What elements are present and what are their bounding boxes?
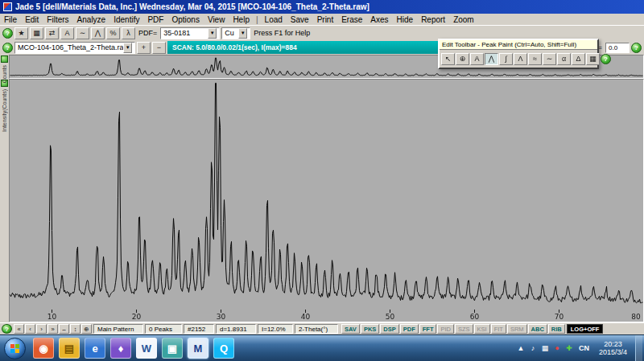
pointer-icon[interactable]: ↖	[441, 53, 455, 65]
previous-pattern-button[interactable]: ‹	[25, 324, 35, 334]
wavelength-icon[interactable]: λ	[122, 27, 135, 39]
display-options-icon[interactable]: ▦	[586, 53, 600, 65]
menu-item-pdf[interactable]: PDF	[143, 15, 167, 24]
menu-item-help[interactable]: Help	[229, 15, 254, 24]
background-fit-icon[interactable]: ∼	[543, 53, 556, 65]
pdf-label: PDF=	[137, 29, 159, 37]
menu-item-hide[interactable]: Hide	[393, 15, 418, 24]
taskbar-app-violet-app[interactable]: ♦	[110, 338, 131, 359]
zoom-reset-button[interactable]: ⊕	[81, 324, 92, 334]
toggle-pid[interactable]: PID	[437, 324, 454, 334]
window-title: Jade 5 [dell/Materials Data, Inc.] Wedne…	[15, 2, 369, 11]
peak-paint-icon[interactable]: ⋀	[485, 53, 498, 65]
percent-scale-icon[interactable]: %	[106, 27, 120, 39]
safety-tray-icon[interactable]: ✚	[564, 344, 574, 352]
help-orb[interactable]: ?	[2, 43, 13, 53]
menu-item-load[interactable]: Load	[261, 15, 287, 24]
fit-vertical-button[interactable]: ↕	[70, 324, 80, 334]
chevron-down-icon[interactable]: ▼	[123, 43, 132, 53]
menu-item-filters[interactable]: Filters	[43, 15, 72, 24]
menu-item-edit[interactable]: Edit	[21, 15, 43, 24]
last-pattern-button[interactable]: »	[47, 324, 58, 334]
smooth-icon[interactable]: ≈	[528, 53, 542, 65]
toggle-fft[interactable]: FFT	[419, 324, 437, 334]
zoom-out-button[interactable]: −	[152, 42, 166, 54]
fit-horizontal-button[interactable]: ↔	[59, 324, 69, 334]
swap-axes-icon[interactable]: ⇄	[45, 27, 59, 39]
taskbar-app-qq[interactable]: Q	[213, 338, 234, 359]
log-scale-toggle[interactable]: LOG+OFF	[567, 324, 604, 334]
windows-logo-icon	[10, 344, 19, 353]
toggle-pks[interactable]: PKS	[361, 324, 379, 334]
peak-label-icon[interactable]: ⋀	[91, 27, 105, 39]
chevron-down-icon[interactable]: ▼	[238, 28, 247, 39]
menu-item-report[interactable]: Report	[417, 15, 449, 24]
network-icon[interactable]: ▦	[540, 344, 550, 352]
help-orb[interactable]: ?	[631, 43, 642, 53]
main-chart-canvas[interactable]	[10, 80, 643, 322]
help-orb[interactable]: ?	[2, 28, 13, 39]
jade-app-icon	[3, 2, 12, 11]
edit-toolbar-title[interactable]: Edit Toolbar - Peak Paint (Ctrl=Auto, Sh…	[440, 40, 597, 50]
file-dropdown-value: MCO-104-106_Theta_2-Theta.raw	[18, 43, 123, 51]
axis-readout[interactable]: 2-Theta(°)	[295, 324, 338, 334]
first-pattern-button[interactable]: «	[14, 324, 24, 334]
start-button[interactable]	[4, 338, 26, 359]
new-overlay-icon[interactable]: ★	[14, 27, 28, 39]
edit-toolbar-window[interactable]: Edit Toolbar - Peak Paint (Ctrl=Auto, Sh…	[438, 39, 599, 69]
chevron-down-icon[interactable]: ▼	[208, 28, 217, 39]
toggle-szs[interactable]: SZS	[455, 324, 473, 334]
menu-item-erase[interactable]: Erase	[337, 15, 366, 24]
profile-fit-icon[interactable]: Λ	[514, 53, 527, 65]
zoom-in-button[interactable]: +	[137, 42, 151, 54]
taskbar-app-word[interactable]: W	[136, 338, 157, 359]
taskbar-app-photos-app[interactable]: ▣	[162, 338, 183, 359]
toggle-ksi[interactable]: KSI	[474, 324, 490, 334]
kalpha2-strip-icon[interactable]: α	[557, 53, 571, 65]
menu-item-print[interactable]: Print	[313, 15, 338, 24]
clock[interactable]: 20:23 2015/3/4	[594, 340, 632, 356]
taskbar-app-jade[interactable]: M	[188, 338, 208, 359]
panel-toggle-button[interactable]	[1, 55, 8, 63]
toggle-srm[interactable]: SRM	[507, 324, 527, 334]
hidden-icons-icon[interactable]: ▲	[516, 344, 526, 352]
two-theta-offset-field[interactable]: 0.0	[605, 43, 630, 53]
anode-dropdown[interactable]: Cu ▼	[221, 27, 250, 39]
toggle-abc[interactable]: ABC	[528, 324, 547, 334]
language-indicator[interactable]: CN	[577, 344, 591, 352]
taskbar-app-media-app[interactable]: ◉	[33, 338, 54, 359]
volume-icon[interactable]: ♪	[528, 344, 538, 352]
taskbar-app-internet-explorer[interactable]: e	[85, 338, 105, 359]
toggle-fit[interactable]: FIT	[491, 324, 506, 334]
menu-item-file[interactable]: File	[0, 15, 21, 24]
main-plot[interactable]	[9, 79, 644, 322]
menu-item-options[interactable]: Options	[167, 15, 203, 24]
file-dropdown[interactable]: MCO-104-106_Theta_2-Theta.raw ▼	[14, 42, 135, 54]
menu-item-save[interactable]: Save	[287, 15, 313, 24]
help-orb[interactable]: ?	[2, 324, 12, 334]
pattern-selector[interactable]: Main Pattern	[93, 324, 143, 334]
toggle-sav[interactable]: SAV	[341, 324, 360, 334]
help-orb[interactable]: ?	[601, 54, 611, 64]
tile-windows-icon[interactable]: ▦	[30, 27, 43, 39]
menu-item-zoom[interactable]: Zoom	[449, 15, 478, 24]
peak-area-icon[interactable]: ∫	[499, 53, 513, 65]
toggle-pdf[interactable]: PDF	[400, 324, 419, 334]
menu-item-view[interactable]: View	[204, 15, 229, 24]
zoom-icon[interactable]: ⊕	[456, 53, 469, 65]
show-desktop-button[interactable]	[635, 335, 642, 361]
menu-item-axes[interactable]: Axes	[366, 15, 392, 24]
smooth-curve-icon[interactable]: ∼	[76, 27, 89, 39]
taskbar-app-file-explorer[interactable]: ▤	[59, 338, 80, 359]
toggle-dsp[interactable]: DSP	[380, 324, 398, 334]
next-pattern-button[interactable]: ›	[36, 324, 47, 334]
annotate-icon[interactable]: A	[60, 27, 74, 39]
pdf-number-dropdown[interactable]: 35-0181 ▼	[160, 27, 220, 39]
peaks-count[interactable]: 0 Peaks	[145, 324, 182, 334]
toggle-rib[interactable]: RIB	[548, 324, 565, 334]
menu-item-identify[interactable]: Identify	[109, 15, 143, 24]
qq-tray-icon[interactable]: ●	[552, 344, 562, 352]
clear-edits-icon[interactable]: Δ	[572, 53, 585, 65]
text-tool-icon[interactable]: A	[470, 53, 484, 65]
menu-item-analyze[interactable]: Analyze	[73, 15, 110, 24]
